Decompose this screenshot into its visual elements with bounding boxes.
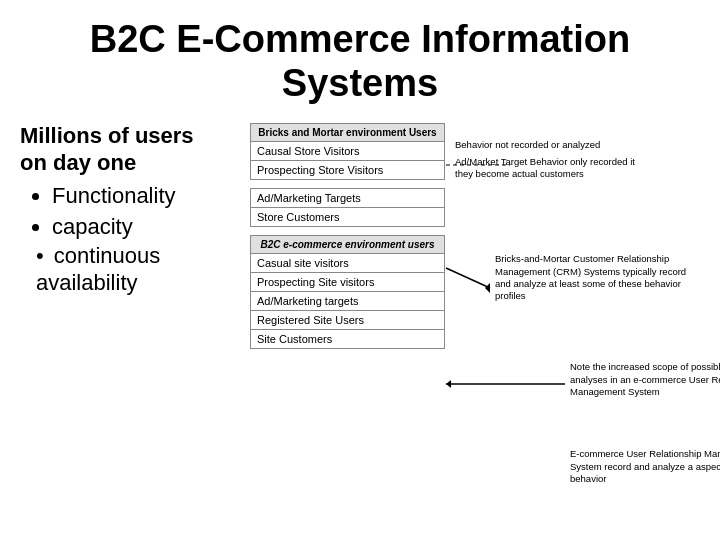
item-casual-site: Casual site visitors bbox=[250, 254, 445, 273]
annotation-note1: Behavior not recorded or analyzed Ad/Mar… bbox=[455, 139, 655, 180]
annotation-note5: E-commerce User Relationship Management … bbox=[570, 448, 720, 485]
item-admarketing-targets: Ad/Marketing Targets bbox=[250, 188, 445, 208]
content-area: Millions of users on day one Functionali… bbox=[0, 123, 720, 503]
left-heading: Millions of users on day one bbox=[20, 123, 240, 176]
item-prospecting-site: Prospecting Site visitors bbox=[250, 273, 445, 292]
bullet-list: Functionality capacity • continuous avai… bbox=[20, 182, 240, 296]
annotation-note3: Bricks-and-Mortar Customer Relationship … bbox=[495, 253, 695, 302]
diagram-inner: Bricks and Mortar environment Users Caus… bbox=[250, 123, 700, 503]
svg-marker-4 bbox=[446, 380, 451, 388]
item-site-customers: Site Customers bbox=[250, 330, 445, 349]
page-title: B2C E-Commerce Information Systems bbox=[20, 18, 700, 105]
bricks-mortar-header: Bricks and Mortar environment Users bbox=[250, 123, 445, 142]
item-admarketing-targets-b2c: Ad/Marketing targets bbox=[250, 292, 445, 311]
left-boxes: Bricks and Mortar environment Users Caus… bbox=[250, 123, 445, 349]
page-container: B2C E-Commerce Information Systems Milli… bbox=[0, 0, 720, 503]
item-causal-visitors: Causal Store Visitors bbox=[250, 142, 445, 161]
annotation-note4: Note the increased scope of possible beh… bbox=[570, 361, 720, 398]
bullet-capacity: capacity bbox=[52, 213, 240, 242]
svg-marker-2 bbox=[485, 283, 490, 293]
item-prospecting-visitors: Prospecting Store Visitors bbox=[250, 161, 445, 180]
diagram: Bricks and Mortar environment Users Caus… bbox=[250, 123, 700, 503]
title-area: B2C E-Commerce Information Systems bbox=[0, 0, 720, 115]
svg-line-1 bbox=[446, 268, 490, 288]
b2c-ecom-header: B2C e-commerce environment users bbox=[250, 235, 445, 254]
bullet-functionality: Functionality bbox=[52, 182, 240, 211]
item-registered-users: Registered Site Users bbox=[250, 311, 445, 330]
left-panel: Millions of users on day one Functionali… bbox=[20, 123, 250, 503]
item-store-customers: Store Customers bbox=[250, 208, 445, 227]
bullet-availability: • continuous availability bbox=[36, 243, 240, 296]
